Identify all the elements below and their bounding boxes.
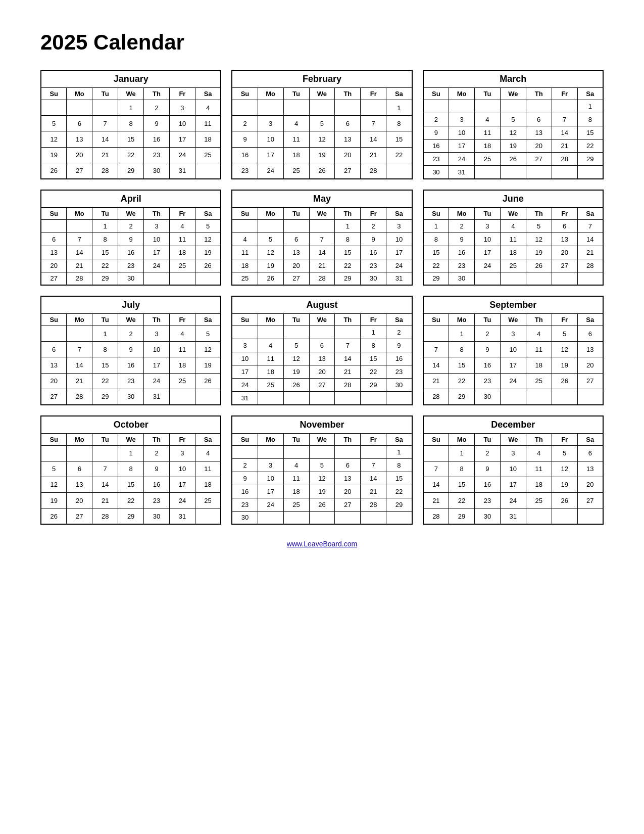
day-cell: 15 [577, 126, 603, 140]
day-cell: 12 [41, 477, 67, 492]
day-cell: 19 [526, 246, 552, 259]
day-cell: 6 [41, 233, 67, 246]
day-cell: 28 [67, 389, 92, 404]
day-cell: 17 [258, 147, 283, 163]
day-header-sa: Sa [386, 88, 412, 100]
day-header-mo: Mo [258, 88, 283, 100]
day-cell [67, 445, 92, 461]
day-cell [169, 272, 195, 285]
day-cell: 21 [92, 493, 118, 508]
day-cell: 13 [335, 472, 361, 485]
week-row: 18192021222324 [232, 259, 412, 272]
day-cell: 21 [309, 259, 335, 272]
day-cell: 24 [232, 379, 258, 392]
day-cell: 8 [92, 342, 118, 357]
day-cell: 1 [118, 445, 144, 461]
day-cell: 9 [232, 131, 258, 147]
week-row: 567891011 [41, 461, 221, 477]
day-cell: 6 [67, 461, 92, 477]
day-cell: 12 [41, 131, 67, 147]
day-cell: 26 [552, 493, 577, 508]
day-cell: 13 [577, 342, 603, 357]
week-row: 232425262728 [232, 163, 412, 178]
day-cell: 18 [232, 259, 258, 272]
day-cell: 5 [283, 339, 309, 352]
calendar-grid: JanuarySuMoTuWeThFrSa1234567891011121314… [40, 70, 604, 525]
day-cell: 25 [526, 493, 552, 508]
day-cell: 19 [309, 485, 335, 498]
day-header-tu: Tu [92, 88, 118, 100]
week-row: 1234567 [423, 219, 603, 233]
day-cell: 24 [258, 498, 283, 511]
day-cell [258, 219, 283, 233]
day-cell: 30 [474, 508, 500, 524]
week-row: 78910111213 [423, 461, 603, 477]
day-cell [41, 326, 67, 342]
month-name-march: March [423, 70, 603, 88]
day-cell: 31 [449, 166, 475, 179]
footer[interactable]: www.LeaveBoard.com [40, 540, 604, 548]
day-cell: 2 [118, 219, 144, 233]
week-row: 12345 [41, 219, 221, 233]
day-cell: 16 [118, 357, 144, 373]
day-cell: 4 [169, 326, 195, 342]
day-cell: 23 [232, 498, 258, 511]
day-cell: 14 [361, 131, 386, 147]
day-cell: 5 [195, 326, 221, 342]
day-cell: 25 [283, 163, 309, 178]
day-cell: 19 [41, 147, 67, 163]
day-cell: 26 [283, 379, 309, 392]
week-row: 282930 [423, 389, 603, 404]
day-cell: 18 [500, 246, 526, 259]
day-cell: 27 [577, 493, 603, 508]
day-header-sa: Sa [195, 88, 221, 100]
day-cell: 22 [386, 485, 412, 498]
day-cell [577, 389, 603, 404]
day-cell: 29 [361, 379, 386, 392]
day-cell: 26 [500, 153, 526, 166]
day-cell: 21 [67, 259, 92, 272]
day-cell [232, 445, 258, 458]
day-cell: 15 [92, 246, 118, 259]
day-cell: 28 [335, 379, 361, 392]
day-cell: 18 [169, 357, 195, 373]
day-cell: 4 [195, 445, 221, 461]
day-cell: 13 [552, 233, 577, 246]
day-cell: 8 [118, 116, 144, 131]
day-cell [283, 511, 309, 524]
week-row: 16171819202122 [232, 147, 412, 163]
day-cell: 25 [526, 373, 552, 389]
day-cell: 7 [92, 461, 118, 477]
day-cell: 9 [144, 116, 170, 131]
day-header-fr: Fr [361, 433, 386, 445]
day-cell [195, 272, 221, 285]
day-cell: 18 [195, 477, 221, 492]
day-cell: 17 [144, 246, 170, 259]
day-header-mo: Mo [258, 207, 283, 219]
day-cell: 7 [361, 458, 386, 472]
day-cell [423, 445, 449, 461]
day-cell: 6 [41, 342, 67, 357]
day-cell: 9 [386, 339, 412, 352]
day-header-th: Th [526, 314, 552, 326]
footer-link[interactable]: www.LeaveBoard.com [287, 540, 357, 548]
day-cell: 2 [423, 113, 449, 126]
day-cell: 30 [474, 389, 500, 404]
day-cell: 1 [577, 100, 603, 113]
day-cell: 15 [118, 477, 144, 492]
day-cell: 30 [118, 272, 144, 285]
day-cell: 12 [195, 233, 221, 246]
day-cell: 10 [474, 233, 500, 246]
month-name-may: May [232, 190, 412, 208]
day-cell [258, 445, 283, 458]
day-cell: 1 [423, 219, 449, 233]
day-cell: 18 [283, 485, 309, 498]
day-cell [335, 100, 361, 116]
day-header-tu: Tu [474, 433, 500, 445]
day-header-su: Su [41, 314, 67, 326]
week-row: 2345678 [232, 458, 412, 472]
day-cell: 2 [361, 219, 386, 233]
day-cell: 27 [335, 498, 361, 511]
day-cell: 16 [232, 485, 258, 498]
day-cell [283, 100, 309, 116]
